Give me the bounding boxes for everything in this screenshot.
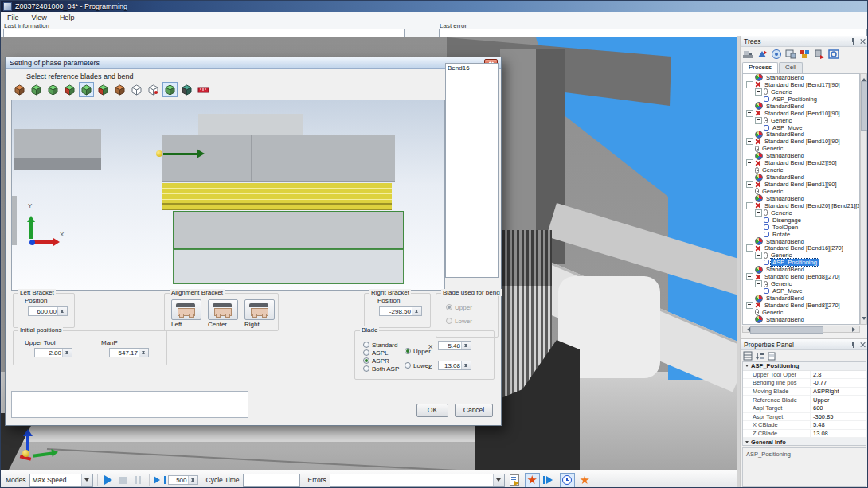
tree-item-generic[interactable]: Generic xyxy=(743,252,859,259)
property-grid[interactable]: ASP_PositioningUpper Tool Oper2.8Bending… xyxy=(742,361,866,446)
menu-help[interactable]: Help xyxy=(53,14,81,21)
cube-brown-icon[interactable] xyxy=(12,82,27,97)
dropdown-arrow-icon[interactable] xyxy=(493,474,504,486)
tree-horizontal-scrollbar[interactable] xyxy=(742,326,860,333)
bend-list-item[interactable]: Bend16 xyxy=(446,64,498,72)
spinner-arrows-icon[interactable] xyxy=(139,349,148,357)
tooling-icon[interactable] xyxy=(800,49,811,60)
property-row[interactable]: Aspl Target600 xyxy=(743,404,866,413)
tree-item-asp-move[interactable]: ASP_Move xyxy=(743,287,859,295)
cube-green-selected-icon[interactable] xyxy=(79,82,94,97)
tree-item-standardbend[interactable]: StandardBend xyxy=(743,316,859,323)
tree-item-generic[interactable]: Generic xyxy=(743,117,859,124)
collapse-icon[interactable] xyxy=(746,273,753,280)
close-icon[interactable] xyxy=(859,38,866,45)
menu-view[interactable]: View xyxy=(25,14,53,21)
collapse-icon[interactable] xyxy=(746,81,753,88)
pause-button[interactable] xyxy=(131,473,145,487)
scrollbar-thumb[interactable] xyxy=(750,326,823,334)
tree-item-standard-bend-bend20-bend21-2[interactable]: Standard Bend [Bend20] [Bend21][2 xyxy=(743,202,859,209)
title-bar[interactable]: Z08372481000_04* - Programming xyxy=(1,1,868,12)
mode-dropdown[interactable]: Max Speed xyxy=(29,474,93,487)
tree-item-standard-bend-bend8-270-[interactable]: Standard Bend [Bend8][270] xyxy=(743,273,859,280)
blade-type-standard-radio[interactable]: Standard xyxy=(363,341,397,349)
tree-item-generic[interactable]: Generic xyxy=(743,280,859,287)
spinner-arrows-icon[interactable] xyxy=(57,307,67,315)
blade-type-aspl-radio[interactable]: ASPL xyxy=(363,349,388,357)
blade-z-field[interactable]: 13.08 xyxy=(438,361,471,370)
process-tree[interactable]: StandardBendStandard Bend [Bend17][90]Ge… xyxy=(742,73,860,325)
cell-view-icon[interactable] xyxy=(828,49,839,60)
properties-panel-title-bar[interactable]: Properties Panel xyxy=(741,339,868,350)
sequence-icon[interactable] xyxy=(771,49,782,60)
scroll-left-icon[interactable] xyxy=(745,327,750,332)
tree-item-standardbend[interactable]: StandardBend xyxy=(743,74,859,81)
blade-type-both-asp-radio[interactable]: Both ASP xyxy=(363,365,399,373)
tree-item-asp-positioning[interactable]: ASP_Positioning xyxy=(743,259,859,266)
machine-icon[interactable] xyxy=(742,49,753,60)
step-count-field[interactable]: 500 xyxy=(168,475,198,485)
spinner-arrows-icon[interactable] xyxy=(188,476,197,484)
property-row[interactable]: Upper Tool Oper2.8 xyxy=(743,371,866,380)
tree-vertical-scrollbar[interactable] xyxy=(860,73,867,325)
collapse-icon[interactable] xyxy=(746,244,753,252)
cube-wireframe-icon[interactable] xyxy=(129,82,144,97)
tree-item-standard-bend-bend17-90-[interactable]: Standard Bend [Bend17][90] xyxy=(743,81,859,88)
tree-item-standardbend[interactable]: StandardBend xyxy=(743,131,859,139)
collapse-icon[interactable] xyxy=(755,280,762,287)
collapse-icon[interactable] xyxy=(746,138,753,145)
property-row[interactable]: Aspr Target-360.85 xyxy=(743,413,866,422)
cube-green-selected2-icon[interactable] xyxy=(162,82,178,97)
tree-item-standardbend[interactable]: StandardBend xyxy=(743,174,859,181)
blade-side-lower-radio[interactable]: Lower xyxy=(405,361,431,369)
tree-item-standard-bend-bend16-270-[interactable]: Standard Bend [Bend16][270] xyxy=(743,245,859,252)
dialog-title-bar[interactable]: Setting of phase parameters xyxy=(6,57,501,69)
tree-item-disengage[interactable]: Disengage xyxy=(743,217,859,224)
collapse-icon[interactable] xyxy=(755,252,762,259)
tree-item-standardbend[interactable]: StandardBend xyxy=(743,152,859,159)
collapse-icon[interactable] xyxy=(755,209,762,217)
tree-item-asp-move[interactable]: ASP_Move xyxy=(743,124,859,131)
property-category[interactable]: General Info xyxy=(743,438,866,446)
tree-item-standardbend[interactable]: StandardBend xyxy=(743,195,859,202)
errors-dropdown[interactable] xyxy=(330,474,505,487)
blade-side-upper-radio[interactable]: Upper xyxy=(405,347,431,355)
scroll-right-icon[interactable] xyxy=(852,327,858,332)
tree-item-standardbend[interactable]: StandardBend xyxy=(743,266,859,273)
right-bracket-position-field[interactable]: -298.50 xyxy=(379,306,422,316)
ok-button[interactable]: OK xyxy=(416,404,448,417)
upper-tool-field[interactable]: 2.80 xyxy=(34,348,72,357)
step-button[interactable] xyxy=(154,473,168,487)
menu-file[interactable]: File xyxy=(1,14,25,21)
close-icon[interactable] xyxy=(859,342,866,348)
property-row[interactable]: X CBlade5.48 xyxy=(743,421,866,430)
cube-brown2-icon[interactable] xyxy=(112,82,127,97)
cube-green-red-icon[interactable] xyxy=(62,82,77,97)
dropdown-arrow-icon[interactable] xyxy=(81,474,92,486)
tree-item-generic[interactable]: Generic xyxy=(743,145,859,152)
cube-green-icon[interactable] xyxy=(29,82,44,97)
tab-process[interactable]: Process xyxy=(742,62,778,73)
collapse-icon[interactable] xyxy=(746,181,753,188)
property-row[interactable]: Reference BladeUpper xyxy=(743,396,866,404)
collapse-icon[interactable] xyxy=(746,302,753,309)
bend-direction-icon[interactable] xyxy=(757,49,768,60)
collapse-icon[interactable] xyxy=(755,117,762,124)
tree-item-standard-bend-bend2-90-[interactable]: Standard Bend [Bend2][90] xyxy=(743,159,859,166)
property-category[interactable]: ASP_Positioning xyxy=(743,362,866,371)
collapse-icon[interactable] xyxy=(746,159,753,166)
alignment-right-button[interactable] xyxy=(244,299,275,320)
tab-cell[interactable]: Cell xyxy=(779,62,803,73)
ruler-red-icon[interactable] xyxy=(196,82,211,97)
cycle-time-field[interactable] xyxy=(243,474,300,487)
tree-item-generic[interactable]: Generic xyxy=(743,88,859,96)
tree-item-rotate[interactable]: Rotate xyxy=(743,231,859,238)
cancel-button[interactable]: Cancel xyxy=(455,404,493,417)
collision-check-button[interactable] xyxy=(525,473,540,488)
tool-assign-icon[interactable] xyxy=(814,49,825,60)
cube-green2-icon[interactable] xyxy=(45,82,61,97)
collision-flash-button[interactable] xyxy=(577,473,592,488)
scrollbar-thumb[interactable] xyxy=(861,81,868,131)
property-row[interactable]: Moving BladeASPRight xyxy=(743,388,866,396)
cube-teal-icon[interactable] xyxy=(179,82,194,97)
